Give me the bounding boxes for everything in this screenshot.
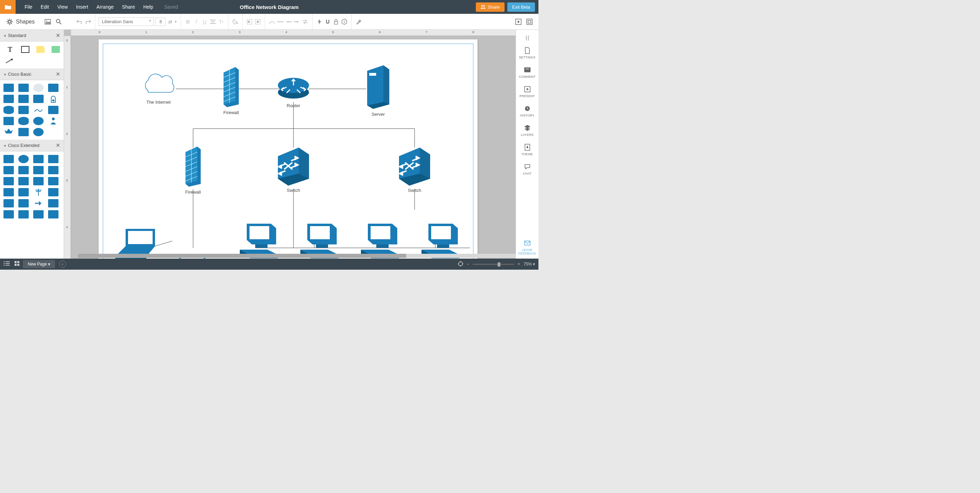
zoom-out-button[interactable]: − xyxy=(467,262,469,266)
cisco-shape[interactable] xyxy=(33,127,44,137)
cisco-shape[interactable] xyxy=(48,94,59,104)
cisco-shape[interactable] xyxy=(48,165,59,175)
node-internet[interactable]: The Internet xyxy=(138,73,179,105)
node-pc[interactable] xyxy=(236,222,282,258)
text-style-icon[interactable]: T▸ xyxy=(218,18,224,25)
rail-settings[interactable]: SETTINGS xyxy=(516,43,538,63)
italic-icon[interactable]: I xyxy=(193,18,200,25)
cisco-shape[interactable] xyxy=(3,165,14,175)
add-page-button[interactable]: + xyxy=(59,261,66,268)
node-switch-1[interactable]: Switch xyxy=(274,146,312,193)
node-firewall-2[interactable]: Firewall xyxy=(183,146,204,195)
node-server[interactable]: Server xyxy=(364,65,392,117)
info-icon[interactable] xyxy=(341,18,348,25)
page-tab[interactable]: New Page ▾ xyxy=(23,260,55,268)
list-view-icon[interactable] xyxy=(3,261,10,267)
image-icon[interactable] xyxy=(44,18,51,25)
align-icon[interactable] xyxy=(209,18,216,25)
cisco-shape[interactable] xyxy=(33,116,44,126)
document-title[interactable]: Office Network Diagram xyxy=(240,4,299,10)
cisco-shape[interactable] xyxy=(3,83,14,93)
cisco-shape[interactable] xyxy=(3,94,14,104)
rail-theme[interactable]: THEME xyxy=(516,140,538,159)
menu-edit[interactable]: Edit xyxy=(37,0,53,14)
close-icon[interactable]: ✕ xyxy=(56,71,60,78)
rail-history[interactable]: HISTORY xyxy=(516,101,538,120)
cisco-shape[interactable] xyxy=(18,209,29,219)
panel-standard-header[interactable]: ▼Standard ✕ xyxy=(0,30,64,41)
lock-icon[interactable] xyxy=(332,18,339,25)
magnet-icon[interactable] xyxy=(324,18,331,25)
swap-icon[interactable] xyxy=(302,18,309,25)
cisco-shape[interactable] xyxy=(48,116,59,126)
collapse-rail-icon[interactable]: ⟨⟨ xyxy=(516,32,538,43)
grid-view-icon[interactable] xyxy=(14,261,19,267)
cisco-shape[interactable] xyxy=(48,83,59,93)
node-switch-2[interactable]: Switch xyxy=(396,146,434,193)
share-button[interactable]: Share xyxy=(476,2,504,12)
wrench-icon[interactable] xyxy=(355,18,362,25)
shape-note[interactable] xyxy=(34,45,47,54)
shape-arrow[interactable] xyxy=(3,56,17,65)
font-family-select[interactable]: Liberation Sans▼ xyxy=(99,17,154,26)
app-logo[interactable] xyxy=(0,0,16,14)
undo-icon[interactable] xyxy=(76,18,83,25)
target-icon[interactable] xyxy=(458,261,463,268)
cisco-shape[interactable] xyxy=(18,105,29,115)
shape-rect[interactable] xyxy=(19,45,32,54)
cisco-shape[interactable] xyxy=(18,187,29,197)
close-icon[interactable]: ✕ xyxy=(56,32,60,39)
cisco-shape[interactable] xyxy=(33,198,44,208)
cisco-shape[interactable] xyxy=(48,209,59,219)
cisco-shape[interactable] xyxy=(18,176,29,186)
menu-view[interactable]: View xyxy=(53,0,72,14)
cisco-shape[interactable] xyxy=(48,105,59,115)
menu-insert[interactable]: Insert xyxy=(72,0,92,14)
font-size-input[interactable] xyxy=(155,17,166,26)
rail-feedback[interactable]: LEAVE FEEDBACK xyxy=(516,236,538,258)
rail-chat[interactable]: CHAT xyxy=(516,159,538,179)
cisco-shape[interactable] xyxy=(48,198,59,208)
rail-layers[interactable]: LAYERS xyxy=(516,120,538,140)
cisco-shape[interactable] xyxy=(3,187,14,197)
node-pc[interactable] xyxy=(418,222,463,258)
cisco-shape[interactable] xyxy=(18,154,29,164)
cisco-shape[interactable] xyxy=(3,105,14,115)
cisco-shape[interactable] xyxy=(3,154,14,164)
rail-present[interactable]: PRESENT xyxy=(516,82,538,101)
canvas-area[interactable]: 0 1 2 3 4 5 6 7 8 0 1 2 3 4 xyxy=(64,30,515,258)
shape-fill[interactable] xyxy=(49,45,62,54)
node-router[interactable]: Router xyxy=(276,75,311,108)
cisco-shape[interactable] xyxy=(33,154,44,164)
line-style-icon[interactable] xyxy=(277,18,284,25)
node-pc[interactable] xyxy=(297,222,342,258)
panel-cisco-extended-header[interactable]: ▼Cisco Extended ✕ xyxy=(0,139,64,151)
zoom-in-button[interactable]: + xyxy=(518,262,520,266)
cisco-shape[interactable] xyxy=(33,176,44,186)
shapes-button[interactable]: Shapes xyxy=(3,16,38,27)
cisco-shape[interactable] xyxy=(18,127,29,137)
cisco-shape[interactable] xyxy=(18,198,29,208)
panel-cisco-basic-header[interactable]: ▼Cisco Basic ✕ xyxy=(0,68,64,80)
underline-icon[interactable]: U xyxy=(201,18,208,25)
cisco-shape[interactable] xyxy=(33,165,44,175)
menu-file[interactable]: File xyxy=(21,0,37,14)
cisco-shape[interactable] xyxy=(48,154,59,164)
cisco-shape[interactable] xyxy=(3,198,14,208)
cisco-shape[interactable] xyxy=(33,83,44,93)
cisco-shape[interactable] xyxy=(3,176,14,186)
cisco-shape[interactable] xyxy=(18,165,29,175)
fullscreen-icon[interactable] xyxy=(526,18,533,25)
bold-icon[interactable]: B xyxy=(185,18,191,25)
cisco-shape[interactable] xyxy=(33,105,44,115)
align-left-icon[interactable] xyxy=(246,18,253,25)
line-curve-icon[interactable] xyxy=(269,18,275,25)
arrow-start-icon[interactable] xyxy=(285,18,292,25)
menu-share[interactable]: Share xyxy=(118,0,139,14)
align-center-icon[interactable] xyxy=(255,18,261,25)
cisco-shape[interactable] xyxy=(33,94,44,104)
play-icon[interactable] xyxy=(515,18,522,25)
bolt-icon[interactable] xyxy=(316,18,323,25)
cisco-shape[interactable] xyxy=(3,209,14,219)
cisco-shape[interactable] xyxy=(33,209,44,219)
